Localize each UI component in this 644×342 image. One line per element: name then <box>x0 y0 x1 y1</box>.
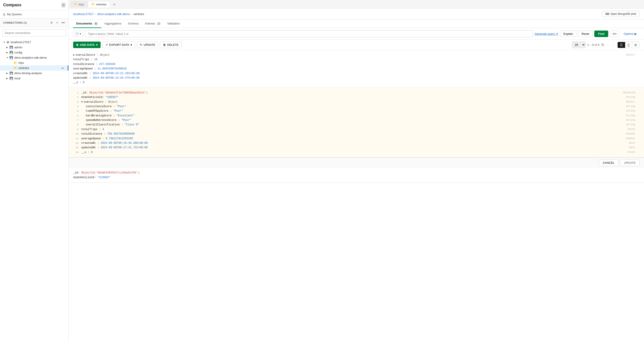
doc-toolbar: ⊕ ADD DATA ▾ ↗ EXPORT DATA ▾ ✎ UPDATE 🗑 … <box>69 40 644 50</box>
doc-line-2: 2 dimoVehicleId: "100387" String <box>73 95 640 100</box>
update-button[interactable]: ✎ UPDATE <box>137 42 158 48</box>
doc-line: ▶overallScore : Object Object <box>73 53 640 57</box>
list-view-button[interactable]: ☰ <box>618 42 625 48</box>
expand-arrow: ▶ <box>6 46 10 48</box>
tree-item-config[interactable]: ▶ 💾 config <box>0 50 68 55</box>
add-tab-button[interactable]: ＋ <box>110 1 118 8</box>
breadcrumb-sep2: › <box>131 12 132 16</box>
delete-button[interactable]: 🗑 DELETE <box>160 42 182 48</box>
breadcrumb-collection: vehicles <box>134 12 144 16</box>
tree-item-localhost[interactable]: ▼ 🖥 localhost:27017 <box>0 39 68 45</box>
tab-schema[interactable]: Schema <box>125 19 142 28</box>
tab-trips[interactable]: 📁 trips <box>70 1 88 7</box>
page-size-select[interactable]: 25 50 100 <box>572 42 586 48</box>
main-content: 📁 trips 📁 vehicles ＋ localhost:27017 › d… <box>69 0 644 342</box>
options-button[interactable]: Options ▶ <box>621 31 640 37</box>
doc-toolbar-right: 25 50 100 1 – 6 of 6 ↻ ‹ › ☰ {} ⊞ <box>572 42 640 48</box>
doc-line: averageSpeed : 11.894520076498818 <box>73 66 640 71</box>
doc-line: dimoVehicleId: "223892" <box>73 175 640 180</box>
item-more-button[interactable]: ••• <box>60 66 64 70</box>
tree-area: ▼ 🖥 localhost:27017 ▶ 💾 admin ▶ 💾 config… <box>0 39 68 342</box>
search-connections-input[interactable] <box>2 29 66 36</box>
find-button[interactable]: Find <box>594 30 608 37</box>
db-icon: 💾 <box>10 46 13 49</box>
curly-icon: {} <box>3 12 5 16</box>
refresh-button[interactable]: ↻ <box>601 43 604 47</box>
item-actions: ••• <box>60 66 64 70</box>
table-view-button[interactable]: ⊞ <box>632 42 639 48</box>
doc-line-9: 9 totalTrips : 4 Int32 <box>73 127 640 132</box>
doc-line-6: 6 hardBrakingScore : "Excellent" String <box>73 114 640 118</box>
doc-line: totalTrips : 10 <box>73 57 640 62</box>
doc-line-3: 3 ▼overallScore : Object Object <box>73 100 640 104</box>
document-2: 1 _id: ObjectId('66dd41471e736836bba42b1… <box>69 88 644 158</box>
expand-arrow: ▶ <box>6 51 10 54</box>
search-box <box>2 29 66 36</box>
add-connection-button[interactable]: ＋ <box>55 20 59 25</box>
doc-line: _id: ObjectId('66dd543655527cc26da5a704'… <box>73 171 640 175</box>
connections-title: CONNECTIONS (1) <box>3 21 27 24</box>
tree-item-dimo-driving[interactable]: ▶ 💾 dimo-driving-analysis ＋ 🗑 <box>0 71 68 76</box>
expand-icon[interactable]: ▶ <box>73 53 75 57</box>
tree-item-trips[interactable]: 📁 trips <box>0 60 68 65</box>
dropdown-arrow: ▾ <box>130 43 132 46</box>
open-shell-button[interactable]: ⌨ Open MongoDB shell <box>602 11 640 17</box>
query-input[interactable] <box>85 30 533 37</box>
documents-badge: 6 <box>94 22 98 25</box>
doc-line-8: 8 overallClassification : "Class D" Stri… <box>73 123 640 127</box>
tab-documents[interactable]: Documents 6 <box>73 19 101 28</box>
json-view-button[interactable]: {} <box>625 42 632 48</box>
export-icon: ↗ <box>105 43 108 46</box>
expand-arrow: ▼ <box>6 56 10 59</box>
reset-button[interactable]: Reset <box>578 30 592 37</box>
app-title: Compass <box>3 3 22 7</box>
plus-icon: ⊕ <box>76 43 78 46</box>
doc-line-7: 7 speedAdherenceScore : "Poor" String <box>73 118 640 123</box>
dropdown-arrow: ▾ <box>96 43 98 46</box>
tab-indexes[interactable]: Indexes 2 <box>142 19 164 28</box>
tab-validation[interactable]: Validation <box>164 19 183 28</box>
generate-query-link[interactable]: Generate query ✦ <box>535 32 558 35</box>
update-doc-button[interactable]: UPDATE <box>620 160 640 166</box>
doc-line: totalDistance : 237.030349 <box>73 62 640 66</box>
doc-line: __v : 0 <box>73 80 640 85</box>
doc-line-4: 4 consistencyScore : "Poor" String <box>73 104 640 109</box>
my-queries-button[interactable]: {} My Queries <box>0 10 68 18</box>
breadcrumb-server[interactable]: localhost:27017 <box>73 12 94 16</box>
doc-line-1: 1 _id: ObjectId('66dd41471e736836bba42b1… <box>73 91 640 95</box>
next-page-button[interactable]: › <box>612 42 616 47</box>
db-icon: 💾 <box>10 56 13 59</box>
terminal-icon: ⌨ <box>605 12 609 15</box>
db-icon: 💾 <box>10 51 13 54</box>
document-1: ▶overallScore : Object Object totalTrips… <box>69 50 644 88</box>
more-options-button[interactable]: ••• <box>61 20 65 25</box>
doc-toolbar-left: ⊕ ADD DATA ▾ ↗ EXPORT DATA ▾ ✎ UPDATE 🗑 … <box>73 42 182 48</box>
indexes-badge: 2 <box>157 22 161 25</box>
tree-item-admin[interactable]: ▶ 💾 admin <box>0 45 68 50</box>
expand-icon[interactable]: ▼ <box>81 100 83 104</box>
settings-button[interactable]: ⚙ <box>62 3 65 7</box>
tab-aggregations[interactable]: Aggregations <box>101 19 125 28</box>
tree-item-local[interactable]: ▶ 💾 local <box>0 76 68 81</box>
tree-item-vehicles[interactable]: 📁 vehicles ••• <box>0 65 68 71</box>
code-view-button[interactable]: </> <box>610 30 619 37</box>
document-3: _id: ObjectId('66dd543655527cc26da5a704'… <box>69 168 644 183</box>
tab-vehicles-label: vehicles <box>96 3 107 6</box>
doc-line-5: 5 timeOfDayScore : "Poor" String <box>73 109 640 113</box>
sidebar-header: Compass ⚙ <box>0 0 68 10</box>
tree-item-dimo-analytics[interactable]: ▼ 💾 dimo-analytics-sdk-demo <box>0 55 68 60</box>
add-data-button[interactable]: ⊕ ADD DATA ▾ <box>73 42 100 48</box>
breadcrumb-db[interactable]: dimo-analytics-sdk-demo <box>97 12 130 16</box>
query-history-button[interactable]: 🕐 ▾ <box>73 30 83 37</box>
tab-vehicles[interactable]: 📁 vehicles <box>88 1 110 7</box>
nav-tabs: Documents 6 Aggregations Schema Indexes … <box>69 19 644 28</box>
folder-icon: 📁 <box>91 3 95 6</box>
explain-button[interactable]: Explain <box>560 30 576 37</box>
code-icon: </> <box>612 32 617 35</box>
cancel-button[interactable]: CANCEL <box>599 160 618 166</box>
expand-arrow: ▶ <box>6 72 10 74</box>
close-connections-button[interactable]: ✕ <box>50 20 53 25</box>
prev-page-button[interactable]: ‹ <box>606 42 610 47</box>
export-data-button[interactable]: ↗ EXPORT DATA ▾ <box>102 42 135 48</box>
expand-arrow: ▼ <box>3 41 6 43</box>
